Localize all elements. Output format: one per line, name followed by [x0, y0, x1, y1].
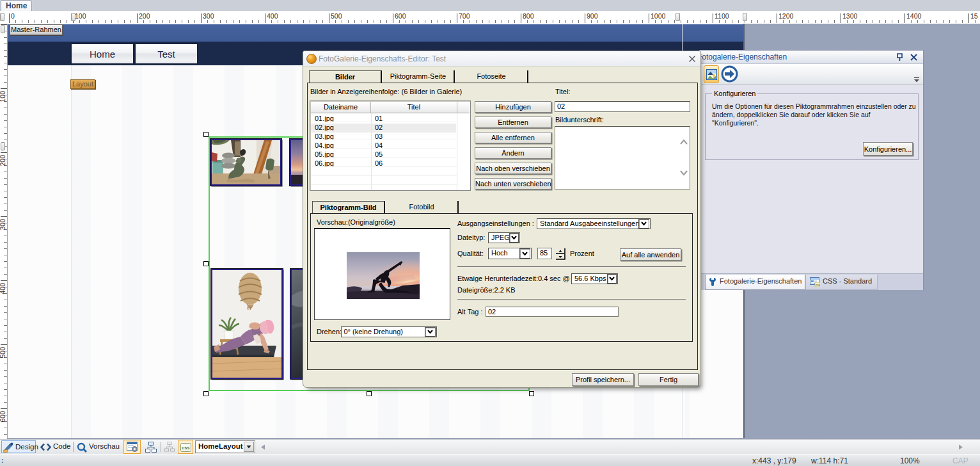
- svg-text:css: css: [816, 283, 820, 287]
- svg-text:css: css: [182, 445, 190, 451]
